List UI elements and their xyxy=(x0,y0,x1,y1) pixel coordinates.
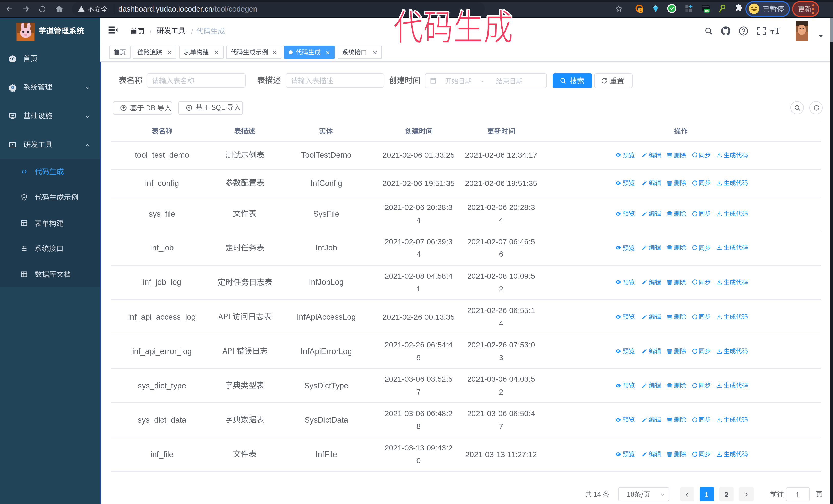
svg-text:on: on xyxy=(705,9,709,13)
svg-text:1: 1 xyxy=(640,8,642,12)
